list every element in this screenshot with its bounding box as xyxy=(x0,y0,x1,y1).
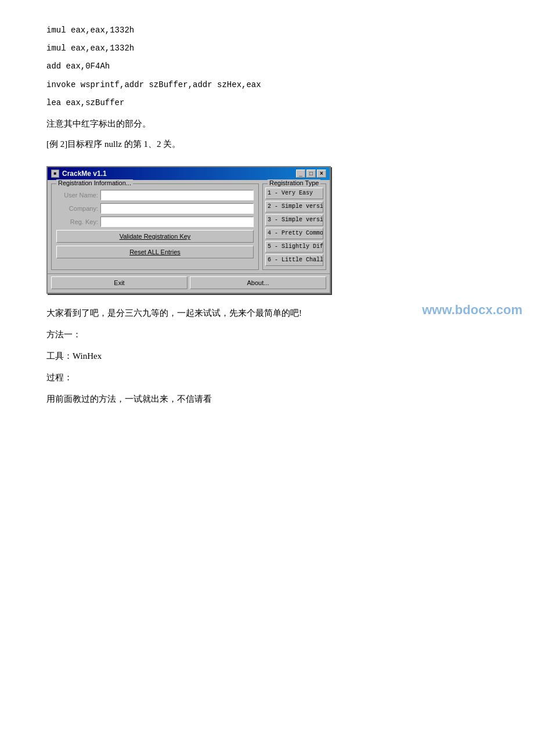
window-controls: _ □ × xyxy=(296,170,326,178)
regkey-row: Reg. Key: xyxy=(56,217,254,227)
minimize-button[interactable]: _ xyxy=(296,170,305,178)
username-input[interactable] xyxy=(100,190,254,200)
validate-label: Validate Registration Key xyxy=(120,233,191,240)
code-line-4: invoke wsprintf,addr szBuffer,addr szHex… xyxy=(46,78,488,92)
window-footer: Exit About... xyxy=(48,273,330,293)
instruction-text: 用前面教过的方法，一试就出来，不信请看 xyxy=(46,391,488,407)
regkey-input[interactable] xyxy=(100,217,254,227)
type-btn-5[interactable]: 5 - Slightly Diff xyxy=(265,241,323,253)
regkey-label: Reg. Key: xyxy=(56,218,98,225)
type-btn-6[interactable]: 6 - Little Challe xyxy=(265,254,323,266)
code-line-2: imul eax,eax,1332h xyxy=(46,41,488,56)
type-btn-3[interactable]: 3 - Simple versio xyxy=(265,214,323,226)
reg-info-legend: Registration Information... xyxy=(56,179,133,186)
company-input[interactable] xyxy=(100,203,254,214)
reg-type-legend: Registration Type xyxy=(268,179,320,186)
restore-button[interactable]: □ xyxy=(306,170,316,178)
code-line-1: imul eax,eax,1332h xyxy=(46,23,488,38)
company-label: Company: xyxy=(56,205,98,212)
username-row: User Name: xyxy=(56,190,254,200)
about-label: About... xyxy=(247,279,269,286)
reg-type-panel: Registration Type 1 - Very Easy 2 - Simp… xyxy=(262,183,326,270)
window-app-icon: ■ xyxy=(51,170,59,178)
exit-button[interactable]: Exit xyxy=(51,276,187,289)
about-button[interactable]: About... xyxy=(190,276,326,289)
method-label: 方法一： xyxy=(46,327,488,343)
crackme-window: ■ CrackMe v1.1 _ □ × Registration Inform… xyxy=(46,166,331,294)
company-row: Company: xyxy=(56,203,254,214)
tool-label: 工具：WinHex xyxy=(46,348,488,364)
username-label: User Name: xyxy=(56,192,98,199)
watermark: www.bdocx.com xyxy=(422,303,522,318)
reset-button[interactable]: Reset ALL Entries xyxy=(56,246,254,258)
type-btn-2[interactable]: 2 - Simple versio xyxy=(265,201,323,213)
window-body: Registration Information... User Name: C… xyxy=(48,180,330,273)
titlebar-left: ■ CrackMe v1.1 xyxy=(51,170,107,178)
code-line-5: lea eax,szBuffer xyxy=(46,96,488,110)
reg-info-panel: Registration Information... User Name: C… xyxy=(51,183,259,270)
window-title: CrackMe v1.1 xyxy=(62,170,107,178)
validate-button[interactable]: Validate Registration Key xyxy=(56,230,254,243)
code-line-3: add eax,0F4Ah xyxy=(46,59,488,74)
exit-label: Exit xyxy=(114,279,124,286)
reset-label: Reset ALL Entries xyxy=(129,249,181,255)
window-titlebar: ■ CrackMe v1.1 _ □ × xyxy=(48,167,330,180)
process-label: 过程： xyxy=(46,370,488,386)
type-btn-4[interactable]: 4 - Pretty Common xyxy=(265,228,323,239)
paragraph1: 大家看到了吧，是分三六九等的，一起来试试，先来个最简单的吧! xyxy=(46,308,302,318)
close-button[interactable]: × xyxy=(317,170,326,178)
example-header: [例 2]目标程序 nullz 的第 1、2 关。 xyxy=(46,136,488,152)
type-btn-1[interactable]: 1 - Very Easy xyxy=(265,188,323,199)
note-text: 注意其中红字标出的部分。 xyxy=(46,116,488,132)
